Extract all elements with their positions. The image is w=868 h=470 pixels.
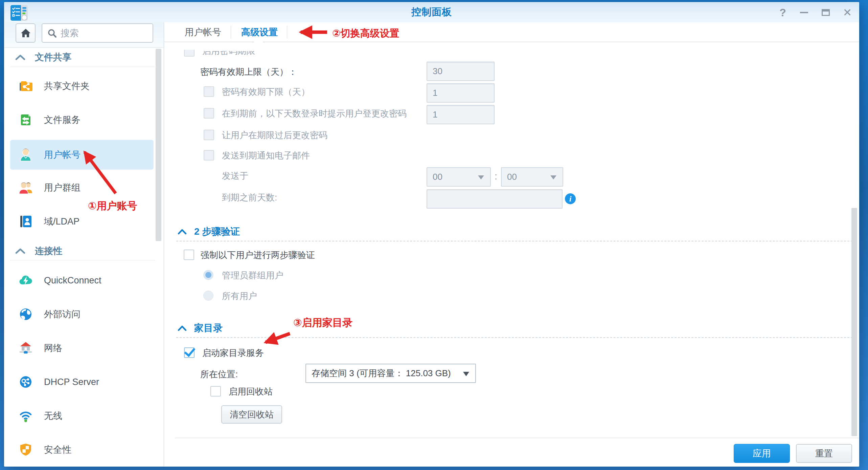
sidebar-item-label: 无线 — [44, 410, 62, 422]
sidebar-item-external-access[interactable]: 外部访问 — [4, 299, 158, 329]
sidebar-list: 文件共享 共享文件夹 — [4, 47, 164, 467]
password-max-age-input[interactable]: 30 — [427, 62, 495, 81]
content-scrollbar[interactable] — [851, 208, 857, 436]
enable-recycle-bin-checkbox[interactable] — [210, 386, 221, 397]
password-max-age-label: 密码有效期上限（天）： — [200, 66, 297, 78]
chevron-up-icon — [15, 54, 25, 60]
annotation-step3: ③启用家目录 — [293, 316, 352, 330]
divider — [176, 337, 853, 338]
sidebar-item-label: 网络 — [44, 342, 62, 354]
reset-button[interactable]: 重置 — [796, 444, 852, 463]
control-panel-window: 控制面板 ? ✕ 搜索 — [4, 2, 859, 467]
wireless-icon — [18, 408, 33, 423]
sidebar-item-label: QuickConnect — [44, 275, 101, 286]
shared-folder-icon — [18, 79, 33, 93]
tab-user-account[interactable]: 用户帐号 — [179, 22, 227, 42]
section-title: 连接性 — [35, 245, 62, 257]
chevron-up-icon — [178, 229, 187, 235]
sidebar-item-wireless[interactable]: 无线 — [4, 401, 158, 431]
footer: 应用 重置 — [164, 438, 859, 467]
security-shield-icon — [18, 442, 33, 457]
content-panel: 用户帐号 高级设置 ②切换高级设置 启用密码期限 — [164, 22, 859, 467]
maximize-icon[interactable] — [819, 6, 832, 19]
section-two-step[interactable]: 2 步骤验证 — [178, 225, 240, 238]
home-button[interactable] — [16, 23, 36, 43]
user-icon — [18, 147, 33, 162]
time-colon: : — [495, 171, 497, 182]
apply-button[interactable]: 应用 — [734, 444, 790, 463]
footer-divider — [175, 438, 859, 438]
help-icon[interactable]: ? — [776, 6, 790, 19]
sidebar-section-connectivity[interactable]: 连接性 — [4, 243, 164, 258]
enable-recycle-bin-label: 启用回收站 — [229, 386, 273, 397]
send-minute-select[interactable]: 00 — [501, 167, 563, 187]
empty-recycle-bin-button[interactable]: 清空回收站 — [221, 405, 282, 424]
active-tab-notch — [253, 41, 264, 46]
annotation-step2: ②切换高级设置 — [332, 27, 399, 40]
radio-admin-group[interactable] — [203, 270, 213, 280]
search-placeholder: 搜索 — [61, 27, 79, 39]
sidebar-item-label: 共享文件夹 — [44, 80, 90, 92]
file-service-icon — [18, 112, 33, 127]
send-at-label: 发送于 — [222, 170, 248, 181]
prompt-change-input[interactable]: 1 — [427, 105, 495, 124]
home-icon — [20, 28, 31, 39]
section-title: 文件共享 — [35, 51, 71, 63]
divider — [231, 26, 231, 39]
section-title: 家目录 — [194, 322, 223, 335]
quickconnect-cloud-icon — [18, 273, 33, 288]
divider — [10, 67, 155, 67]
sidebar-item-label: 安全性 — [44, 444, 71, 456]
sidebar-item-shared-folder[interactable]: 共享文件夹 — [4, 71, 158, 101]
location-value: 存储空间 3 (可用容量： 125.03 GB) — [312, 367, 451, 379]
sidebar-scrollbar[interactable] — [156, 49, 161, 241]
section-title: 2 步骤验证 — [194, 225, 240, 238]
email-notify-checkbox[interactable] — [204, 150, 214, 161]
sidebar-item-quickconnect[interactable]: QuickConnect — [4, 265, 158, 295]
days-before-input[interactable] — [427, 189, 563, 209]
sidebar-item-label: 文件服务 — [44, 114, 81, 126]
dhcp-server-icon — [18, 375, 33, 389]
radio-all-users[interactable] — [203, 291, 213, 301]
divider — [287, 26, 287, 39]
send-hour-value: 00 — [433, 172, 442, 182]
sidebar-item-dhcp-server[interactable]: DHCP Server — [4, 367, 158, 397]
chevron-up-icon — [178, 325, 187, 331]
enable-home-service-checkbox[interactable] — [184, 347, 195, 358]
chevron-down-icon — [478, 175, 484, 179]
search-input[interactable]: 搜索 — [42, 23, 153, 43]
allow-change-checkbox[interactable] — [204, 130, 214, 140]
sidebar-item-user-group[interactable]: 用户群组 — [4, 173, 158, 202]
search-icon — [47, 28, 57, 38]
titlebar: 控制面板 ? ✕ — [4, 2, 859, 22]
minimize-icon[interactable] — [797, 6, 811, 19]
info-icon[interactable]: i — [565, 193, 576, 204]
sidebar-item-file-services[interactable]: 文件服务 — [4, 105, 158, 135]
location-select[interactable]: 存储空间 3 (可用容量： 125.03 GB) — [305, 364, 476, 383]
globe-icon — [18, 307, 33, 322]
divider — [176, 241, 853, 241]
sidebar-item-network[interactable]: 网络 — [4, 333, 158, 363]
sidebar-item-label: 用户帐号 — [44, 149, 81, 161]
settings-form: 启用密码期限 密码有效期上限（天）： 30 密码有效期下限（天） 1 在到期前，… — [164, 42, 859, 438]
section-home-directory[interactable]: 家目录 — [178, 322, 223, 335]
enable-password-expiration-label: 启用密码期限 — [202, 45, 255, 57]
tab-advanced-settings[interactable]: 高级设置 — [236, 22, 283, 42]
sidebar-section-file-sharing[interactable]: 文件共享 — [4, 50, 164, 65]
annotation-step1: ①用户账号 — [88, 199, 137, 213]
close-icon[interactable]: ✕ — [841, 6, 854, 19]
password-min-age-checkbox[interactable] — [204, 86, 214, 97]
send-hour-select[interactable]: 00 — [427, 167, 491, 187]
radio-admin-group-label: 管理员群组用户 — [222, 270, 283, 281]
enforce-two-step-checkbox[interactable] — [184, 250, 194, 260]
enable-home-service-label: 启动家目录服务 — [202, 347, 264, 359]
email-notify-label: 发送到期通知电子邮件 — [222, 150, 310, 161]
password-min-age-input[interactable]: 1 — [427, 83, 495, 103]
password-min-age-label: 密码有效期下限（天） — [222, 86, 310, 98]
sidebar-item-user-account[interactable]: 用户帐号 — [4, 140, 158, 170]
enable-password-expiration-checkbox[interactable] — [184, 50, 195, 57]
sidebar-item-label: DHCP Server — [44, 377, 99, 387]
prompt-change-checkbox[interactable] — [204, 108, 214, 119]
sidebar-item-security[interactable]: 安全性 — [4, 435, 158, 465]
chevron-down-icon — [463, 372, 469, 376]
